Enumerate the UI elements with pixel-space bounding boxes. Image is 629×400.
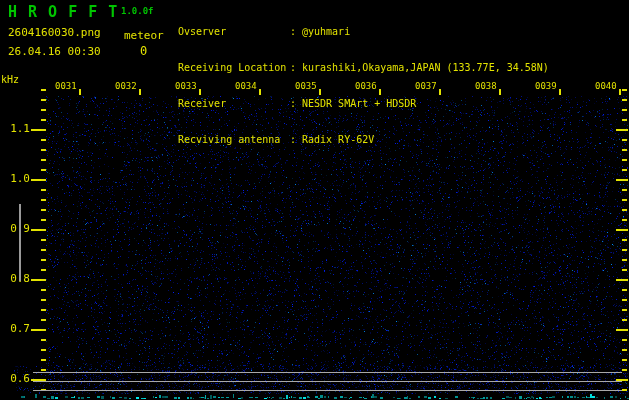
observation-datetime: 26.04.16 00:30 xyxy=(8,45,101,58)
axis-tick xyxy=(41,249,46,251)
reference-line xyxy=(33,381,622,383)
axis-tick xyxy=(622,219,627,221)
axis-tick xyxy=(622,159,627,161)
info-row: Receiver : NESDR SMArt + HDSDR xyxy=(178,98,549,110)
axis-tick xyxy=(616,179,628,181)
axis-tick xyxy=(622,199,627,201)
axis-tick xyxy=(622,359,627,361)
info-label: Receiver xyxy=(178,98,290,110)
axis-tick xyxy=(41,159,46,161)
axis-tick xyxy=(622,369,627,371)
axis-tick xyxy=(41,139,46,141)
time-tick-label: 0035 xyxy=(295,81,317,91)
axis-tick xyxy=(622,309,627,311)
axis-tick xyxy=(622,269,627,271)
axis-tick xyxy=(41,339,46,341)
axis-tick xyxy=(559,89,561,95)
axis-tick xyxy=(31,229,46,231)
info-value: Radix RY-62V xyxy=(302,134,374,146)
freq-tick-label: 1.1 xyxy=(0,122,30,135)
axis-tick xyxy=(79,89,81,95)
axis-tick xyxy=(41,349,46,351)
axis-tick xyxy=(41,199,46,201)
axis-tick xyxy=(622,209,627,211)
axis-tick xyxy=(622,259,627,261)
axis-tick xyxy=(31,179,46,181)
meteor-count-label: meteor xyxy=(124,29,164,42)
info-row: Ovserver : @yuhmari xyxy=(178,26,549,38)
axis-tick xyxy=(259,89,261,95)
axis-tick xyxy=(622,349,627,351)
info-value: kurashiki,Okayama,JAPAN (133.77E, 34.58N… xyxy=(302,62,549,74)
axis-tick xyxy=(616,229,628,231)
meteor-count-value: 0 xyxy=(140,44,147,58)
info-row: Recviving antenna : Radix RY-62V xyxy=(178,134,549,146)
axis-tick xyxy=(31,279,46,281)
axis-tick xyxy=(41,149,46,151)
freq-unit-label: kHz xyxy=(1,74,19,85)
axis-tick xyxy=(41,89,46,91)
freq-tick-label: 0.6 xyxy=(0,372,30,385)
axis-tick xyxy=(622,249,627,251)
axis-tick xyxy=(41,219,46,221)
time-tick-label: 0033 xyxy=(175,81,197,91)
app-version: 1.0.0f xyxy=(121,6,154,16)
axis-tick xyxy=(622,239,627,241)
axis-tick xyxy=(41,209,46,211)
info-value: NESDR SMArt + HDSDR xyxy=(302,98,416,110)
freq-tick-label: 0.9 xyxy=(0,222,30,235)
output-filename: 2604160030.png xyxy=(8,26,101,39)
axis-tick xyxy=(41,109,46,111)
info-label: Recviving antenna xyxy=(178,134,290,146)
axis-tick xyxy=(622,289,627,291)
axis-tick xyxy=(41,359,46,361)
axis-tick xyxy=(379,89,381,95)
axis-tick xyxy=(622,99,627,101)
axis-tick xyxy=(622,109,627,111)
axis-tick xyxy=(616,279,628,281)
reference-line xyxy=(33,390,622,392)
time-tick-label: 0039 xyxy=(535,81,557,91)
axis-tick xyxy=(622,149,627,151)
axis-tick xyxy=(41,319,46,321)
time-tick-label: 0031 xyxy=(55,81,77,91)
info-label: Receiving Location xyxy=(178,62,290,74)
axis-tick xyxy=(616,129,628,131)
axis-tick xyxy=(319,89,321,95)
time-tick-label: 0032 xyxy=(115,81,137,91)
info-value: @yuhmari xyxy=(302,26,350,38)
info-label: Ovserver xyxy=(178,26,290,38)
axis-tick xyxy=(41,99,46,101)
time-tick-label: 0037 xyxy=(415,81,437,91)
reference-line xyxy=(33,372,622,374)
axis-tick xyxy=(31,129,46,131)
axis-tick xyxy=(41,269,46,271)
axis-tick xyxy=(41,119,46,121)
axis-tick xyxy=(41,299,46,301)
axis-tick xyxy=(622,119,627,121)
calibration-line xyxy=(19,204,21,281)
axis-tick xyxy=(41,169,46,171)
axis-tick xyxy=(41,259,46,261)
axis-tick xyxy=(622,339,627,341)
info-colon: : xyxy=(290,62,302,74)
hrofft-screen: H R O F F T 1.0.0f 2604160030.png meteor… xyxy=(0,0,629,400)
freq-tick-label: 1.0 xyxy=(0,172,30,185)
axis-tick xyxy=(31,329,46,331)
axis-tick xyxy=(41,239,46,241)
axis-tick xyxy=(622,299,627,301)
axis-tick xyxy=(622,169,627,171)
axis-tick xyxy=(439,89,441,95)
info-colon: : xyxy=(290,134,302,146)
info-colon: : xyxy=(290,98,302,110)
axis-tick xyxy=(622,189,627,191)
axis-tick xyxy=(41,289,46,291)
axis-tick xyxy=(41,309,46,311)
axis-tick xyxy=(622,139,627,141)
time-tick-label: 0038 xyxy=(475,81,497,91)
axis-tick xyxy=(616,329,628,331)
freq-tick-label: 0.8 xyxy=(0,272,30,285)
axis-tick xyxy=(499,89,501,95)
axis-tick xyxy=(139,89,141,95)
time-tick-label: 0036 xyxy=(355,81,377,91)
